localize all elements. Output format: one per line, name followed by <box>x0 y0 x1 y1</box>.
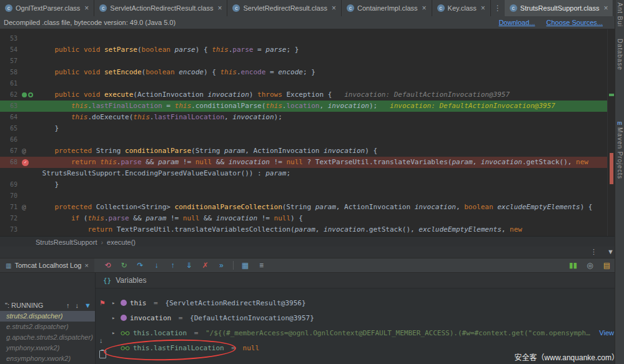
line-number[interactable]: 71 <box>0 202 19 213</box>
choose-sources-link[interactable]: Choose Sources... <box>547 19 603 26</box>
expand-chevron-icon[interactable]: ▸ <box>112 300 117 306</box>
flag-icon[interactable]: ⚑ <box>99 299 106 307</box>
jump-arrow-icon[interactable]: ↓ <box>99 337 103 344</box>
clipboard-icon[interactable] <box>99 350 106 358</box>
close-icon[interactable]: × <box>84 262 88 269</box>
code-line[interactable]: StrutsResultSupport.EncodingParsedValueE… <box>0 168 608 179</box>
stack-frame[interactable]: ensymphony.xwork2) <box>0 353 95 364</box>
code-line[interactable]: 70 <box>0 190 608 202</box>
stack-frame[interactable]: g.apache.struts2.dispatcher) <box>0 332 95 343</box>
code-line[interactable]: 62 public void execute(ActionInvocation … <box>0 89 608 101</box>
hide-panel-icon[interactable]: ▼ <box>607 248 614 256</box>
filter-icon[interactable]: ▼ <box>84 302 91 309</box>
run-to-cursor-icon[interactable]: » <box>217 261 226 270</box>
gutter[interactable] <box>19 213 38 224</box>
settings-icon[interactable]: ≡ <box>257 261 266 270</box>
code-line[interactable]: 69 } <box>0 179 608 190</box>
line-number[interactable]: 68 <box>0 157 19 168</box>
code-line[interactable]: 58 public void setEncode(boolean encode)… <box>0 67 608 78</box>
gutter[interactable] <box>19 78 38 89</box>
tab-tomcat-localhost-log[interactable]: ▥ Tomcat Localhost Log × <box>0 258 94 272</box>
breadcrumb-class[interactable]: StrutsResultSupport <box>36 239 97 246</box>
line-number[interactable]: 57 <box>0 56 19 67</box>
code-line[interactable]: 73 return TextParseUtil.translateVariabl… <box>0 224 608 235</box>
tab-close-icon[interactable]: × <box>481 4 485 12</box>
tool-window-button[interactable]: Database <box>615 39 624 71</box>
screenshot-icon[interactable]: ◎ <box>585 261 595 270</box>
tool-window-button[interactable]: mMaven Projects <box>615 120 624 179</box>
drop-frame-icon[interactable]: ✗ <box>201 261 210 270</box>
download-link[interactable]: Download... <box>498 19 535 26</box>
thread-status[interactable]: ": RUNNING <box>5 302 43 309</box>
variable-row[interactable]: ▸this.location = "/${(#_memberAccess=@og… <box>109 325 624 340</box>
breadcrumb-method[interactable]: execute() <box>107 239 136 246</box>
variable-row[interactable]: ▸invocation = {DefaultActionInvocation@3… <box>109 310 624 325</box>
line-number[interactable]: 73 <box>0 224 19 235</box>
gutter[interactable] <box>19 67 38 78</box>
tab-close-icon[interactable]: × <box>217 4 222 12</box>
line-number[interactable]: 64 <box>0 112 19 123</box>
hidden-tabs-icon[interactable]: ⋮ <box>491 4 505 12</box>
tab-close-icon[interactable]: × <box>332 4 336 12</box>
gutter[interactable] <box>19 190 38 202</box>
tab-close-icon[interactable]: × <box>84 4 89 12</box>
line-number[interactable]: 54 <box>0 44 19 56</box>
previous-frame-icon[interactable]: ↑ <box>66 302 70 309</box>
line-number[interactable]: 62 <box>0 89 19 101</box>
line-number[interactable] <box>0 168 19 179</box>
line-number[interactable]: 53 <box>0 33 19 44</box>
code-line[interactable]: 57 <box>0 56 608 67</box>
code-line[interactable]: 66 <box>0 134 608 145</box>
gutter[interactable] <box>19 89 38 101</box>
expand-chevron-icon[interactable]: ▸ <box>112 330 117 336</box>
line-number[interactable]: 63 <box>0 101 19 112</box>
code-line[interactable]: 64 this.doExecute(this.lastFinalLocation… <box>0 112 608 123</box>
gutter[interactable] <box>19 179 38 190</box>
variable-row[interactable]: ▸this = {ServletActionRedirectResult@395… <box>109 295 624 310</box>
stack-frame[interactable]: ymphony.xwork2) <box>0 343 95 353</box>
expand-chevron-icon[interactable]: ▸ <box>112 315 117 321</box>
gutter[interactable] <box>19 44 38 56</box>
line-number[interactable]: 66 <box>0 134 19 145</box>
gutter[interactable] <box>19 224 38 235</box>
gutter[interactable]: ✓ <box>19 157 38 168</box>
step-out-icon[interactable]: ↑ <box>168 261 177 270</box>
editor-tab[interactable]: cOgnlTextParser.class× <box>0 0 94 16</box>
line-number[interactable]: 58 <box>0 67 19 78</box>
tool-window-button[interactable]: Ant Bui <box>615 2 624 27</box>
memory-indicator-icon[interactable]: ▮▮ <box>568 261 578 270</box>
restart-server-icon[interactable]: ⟲ <box>103 261 112 270</box>
code-line[interactable]: 72 if (this.parse && param != null && in… <box>0 213 608 224</box>
gutter[interactable] <box>19 112 38 123</box>
stack-frame[interactable]: e.struts2.dispatcher) <box>0 322 95 332</box>
editor-tab[interactable]: cServletActionRedirectResult.class× <box>94 0 227 16</box>
next-frame-icon[interactable]: ↓ <box>76 302 79 309</box>
line-number[interactable]: 69 <box>0 179 19 190</box>
gutter[interactable] <box>19 101 38 112</box>
code-line[interactable]: 65 } <box>0 123 608 134</box>
code-line[interactable]: 68✓ return this.parse && param != null &… <box>0 157 608 168</box>
stack-frame[interactable]: struts2.dispatcher) <box>0 311 95 322</box>
line-number[interactable]: 72 <box>0 213 19 224</box>
gutter[interactable] <box>19 168 38 179</box>
code-line[interactable]: 67@ protected String conditionalParse(St… <box>0 145 608 157</box>
step-over-icon[interactable]: ↷ <box>136 261 145 270</box>
gutter[interactable] <box>19 33 38 44</box>
tab-close-icon[interactable]: × <box>422 4 427 12</box>
line-number[interactable]: 67 <box>0 145 19 157</box>
code-area[interactable]: 5354 public void setParse(boolean parse)… <box>0 29 608 240</box>
code-line[interactable]: 63 this.lastFinalLocation = this.conditi… <box>0 101 608 112</box>
gutter[interactable]: @ <box>19 202 38 213</box>
line-number[interactable]: 70 <box>0 190 19 202</box>
step-into-icon[interactable]: ↓ <box>152 261 161 270</box>
gutter[interactable] <box>19 56 38 67</box>
gutter[interactable] <box>19 123 38 134</box>
breakpoint-icon[interactable]: ✓ <box>22 159 29 166</box>
editor-tab[interactable]: cKey.class× <box>432 0 491 16</box>
line-number[interactable]: 61 <box>0 78 19 89</box>
code-line[interactable]: 61 <box>0 78 608 89</box>
code-line[interactable]: 54 public void setParse(boolean parse) {… <box>0 44 608 56</box>
editor-tab[interactable]: cServletRedirectResult.class× <box>227 0 342 16</box>
evaluate-expression-icon[interactable]: ▦ <box>240 261 250 270</box>
code-line[interactable]: 71@ protected Collection<String> conditi… <box>0 202 608 213</box>
